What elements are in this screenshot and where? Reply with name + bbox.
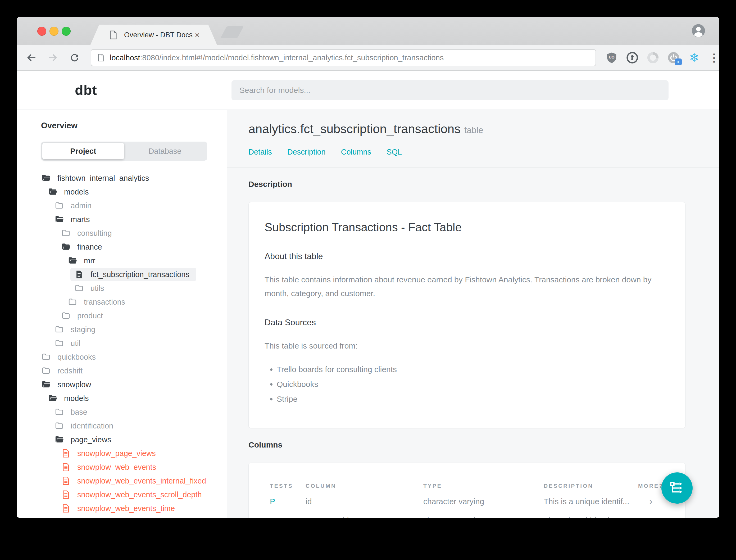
browser-tab-strip: Overview - DBT Docs × — [17, 17, 719, 45]
tree-item-snowplow_web_page_context[interactable]: snowplow_web_page_context — [17, 515, 227, 518]
tree-item-staging[interactable]: staging — [17, 323, 227, 336]
ublock-shield-icon[interactable] — [606, 52, 618, 64]
forward-button[interactable] — [47, 52, 58, 63]
tab-project[interactable]: Project — [42, 143, 124, 159]
folder-icon — [61, 311, 70, 320]
file-icon — [61, 463, 70, 472]
table-row[interactable]: F N customer_id character varying The un… — [270, 511, 664, 518]
columns-card: TESTS COLUMN TYPE DESCRIPTION MORE? P id… — [249, 463, 685, 518]
column-type: character varying — [423, 516, 544, 518]
tree-item-snowplow_web_events_internal_fixed[interactable]: snowplow_web_events_internal_fixed — [17, 474, 227, 488]
column-name: customer_id — [306, 516, 423, 518]
sources-intro: This table is sourced from: — [265, 339, 667, 353]
folder-open-icon — [68, 256, 77, 265]
columns-table: TESTS COLUMN TYPE DESCRIPTION MORE? P id… — [270, 480, 664, 518]
extension-ring-icon[interactable] — [647, 52, 659, 64]
folder-open-icon — [55, 435, 64, 444]
tree-item-util[interactable]: util — [17, 336, 227, 350]
dbt-docs-app: dbt_ Overview Project Database fishtown_… — [17, 71, 719, 518]
app-header: dbt_ — [17, 71, 719, 109]
tree-item-transactions[interactable]: transactions — [17, 295, 227, 309]
lineage-graph-button[interactable] — [661, 472, 693, 504]
folder-open-icon — [48, 394, 57, 403]
tree-item-snowplow[interactable]: snowplow — [17, 378, 227, 391]
table-row[interactable]: P id character varying This is a unique … — [270, 492, 664, 511]
list-item: Trello boards for consulting clients — [277, 365, 669, 374]
folder-icon — [55, 201, 64, 210]
power-extension-icon[interactable]: x — [667, 52, 680, 64]
tree-item-fct_subscription_transactions[interactable]: fct_subscription_transactions — [17, 268, 227, 281]
snowflake-extension-icon[interactable]: ❄ — [688, 52, 700, 64]
test-badges: F N — [270, 516, 306, 518]
tree-item-utils[interactable]: utils — [17, 281, 227, 295]
folder-open-icon — [42, 174, 51, 183]
address-bar[interactable]: localhost:8080/index.html#!/model/model.… — [91, 49, 596, 66]
browser-profile-avatar[interactable] — [691, 24, 706, 38]
columns-section-heading: Columns — [249, 440, 685, 449]
tab-close-icon[interactable]: × — [195, 30, 200, 40]
file-icon — [61, 476, 70, 485]
tree-item-consulting[interactable]: consulting — [17, 226, 227, 240]
tree-item-redshift[interactable]: redshift — [17, 364, 227, 378]
tree-item-admin[interactable]: admin — [17, 199, 227, 213]
project-tree: fishtown_internal_analytics models admin… — [17, 171, 227, 518]
back-button[interactable] — [26, 52, 37, 63]
password-manager-icon[interactable] — [626, 52, 638, 64]
dbt-logo-text: dbt_ — [75, 82, 105, 98]
browser-menu-icon[interactable]: ⋮ — [709, 52, 717, 64]
screenshot-frame: Overview - DBT Docs × localhost:8080/ind… — [0, 0, 736, 560]
new-tab-button[interactable] — [220, 26, 244, 38]
nav-link-description[interactable]: Description — [287, 148, 326, 156]
tree-item-models[interactable]: models — [17, 185, 227, 199]
folder-icon — [55, 408, 64, 417]
model-nav: Details Description Columns SQL — [249, 148, 685, 156]
file-icon — [61, 490, 70, 499]
page-icon — [98, 53, 105, 62]
tree-item-fishtown_internal_analytics[interactable]: fishtown_internal_analytics — [17, 171, 227, 185]
tree-item-models-snowplow[interactable]: models — [17, 391, 227, 405]
folder-icon — [42, 366, 51, 375]
tree-item-snowplow_web_events_scroll_depth[interactable]: snowplow_web_events_scroll_depth — [17, 488, 227, 502]
expand-chevron-icon[interactable]: › — [638, 515, 664, 518]
search-input[interactable] — [232, 80, 669, 100]
tree-item-identification[interactable]: identification — [17, 419, 227, 433]
folder-open-icon — [42, 380, 51, 389]
folder-icon — [55, 325, 64, 334]
tab-title: Overview - DBT Docs — [124, 31, 193, 39]
url-host: localhost — [110, 53, 140, 62]
extension-icons: x ❄ ⋮ — [606, 52, 717, 64]
doc-title: Subscription Transactions - Fact Table — [265, 221, 669, 234]
column-name: id — [306, 497, 423, 506]
tree-item-quickbooks[interactable]: quickbooks — [17, 350, 227, 364]
nav-link-sql[interactable]: SQL — [386, 148, 402, 156]
tree-item-marts[interactable]: marts — [17, 213, 227, 226]
window-zoom-button[interactable] — [62, 27, 71, 36]
tree-item-product[interactable]: product — [17, 309, 227, 323]
tree-item-base[interactable]: base — [17, 405, 227, 419]
col-header-description: DESCRIPTION — [544, 483, 638, 489]
folder-icon — [75, 284, 84, 293]
browser-tab[interactable]: Overview - DBT Docs × — [90, 25, 217, 45]
nav-link-details[interactable]: Details — [249, 148, 272, 156]
folder-icon — [68, 297, 77, 306]
main-content: analytics.fct_subscription_transactionst… — [227, 110, 719, 518]
dbt-logo[interactable]: dbt_ — [43, 78, 105, 102]
tree-item-finance[interactable]: finance — [17, 240, 227, 254]
tree-item-page_views[interactable]: page_views — [17, 433, 227, 446]
resource-type-badge: table — [464, 125, 483, 135]
tree-item-snowplow_page_views[interactable]: snowplow_page_views — [17, 446, 227, 460]
window-close-button[interactable] — [37, 27, 46, 36]
reload-button[interactable] — [69, 52, 80, 63]
url-path: :8080/index.html#!/model/model.fishtown_… — [140, 53, 444, 62]
tree-item-snowplow_web_events_time[interactable]: snowplow_web_events_time — [17, 502, 227, 515]
col-header-tests: TESTS — [270, 483, 306, 489]
window-minimize-button[interactable] — [49, 27, 58, 36]
section-divider — [227, 167, 719, 168]
expand-chevron-icon[interactable]: › — [638, 496, 664, 507]
logo-cursor: _ — [97, 82, 105, 98]
tab-database[interactable]: Database — [124, 143, 206, 159]
sources-heading: Data Sources — [265, 318, 669, 327]
tree-item-snowplow_web_events[interactable]: snowplow_web_events — [17, 460, 227, 474]
nav-link-columns[interactable]: Columns — [341, 148, 371, 156]
tree-item-mrr[interactable]: mrr — [17, 254, 227, 268]
